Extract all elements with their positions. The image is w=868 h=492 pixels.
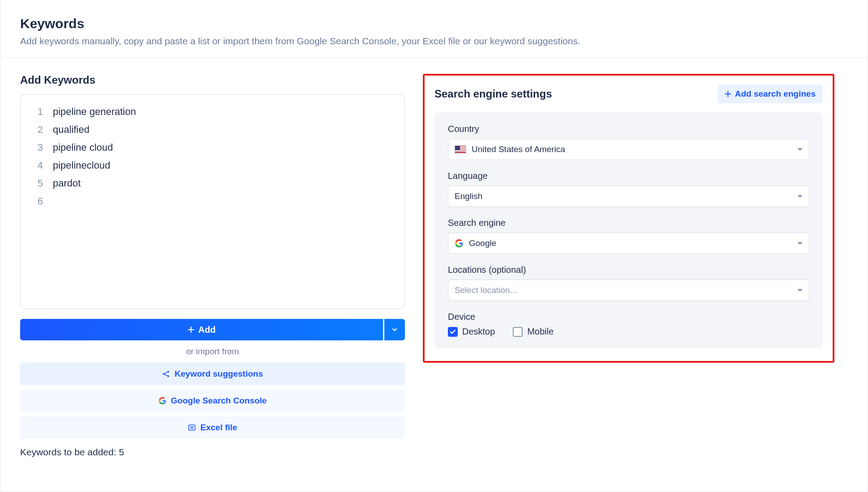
google-search-console-button[interactable]: Google Search Console — [20, 390, 405, 412]
chevron-down-icon — [797, 148, 803, 151]
keyword-text: pipeline cloud — [53, 139, 113, 157]
device-row: Desktop Mobile — [448, 327, 809, 337]
svg-point-1 — [167, 371, 169, 373]
add-keywords-section: Add Keywords 1 pipeline generation 2 qua… — [20, 74, 405, 458]
keyword-text: pipelinecloud — [53, 157, 110, 174]
share-icon — [162, 370, 170, 378]
locations-field: Locations (optional) Select location... — [448, 265, 809, 301]
language-field: Language English — [448, 171, 809, 207]
ses-title: Search engine settings — [434, 88, 552, 100]
keyword-text: pardot — [53, 174, 81, 192]
svg-point-2 — [167, 375, 169, 377]
search-engine-settings-section: Search engine settings Add search engine… — [423, 74, 834, 458]
add-search-engines-label: Add search engines — [735, 89, 816, 99]
search-engine-label: Search engine — [448, 218, 809, 228]
language-select[interactable]: English — [448, 186, 809, 207]
add-button[interactable]: Add — [20, 319, 383, 340]
line-number: 4 — [30, 157, 43, 174]
add-dropdown-toggle[interactable] — [384, 319, 405, 340]
checkbox-icon — [513, 327, 523, 337]
add-search-engines-button[interactable]: Add search engines — [718, 85, 823, 103]
import-label: or import from — [20, 347, 405, 356]
keyword-text: qualified — [53, 121, 89, 139]
chevron-down-icon — [797, 195, 803, 198]
line-number: 3 — [30, 139, 43, 157]
line-number: 5 — [30, 174, 43, 192]
list-item: 6 — [30, 192, 395, 210]
keywords-count: Keywords to be added: 5 — [20, 447, 405, 458]
line-number: 6 — [30, 192, 43, 210]
keyword-suggestions-label: Keyword suggestions — [174, 369, 263, 379]
list-item: 2 qualified — [30, 121, 395, 139]
mobile-checkbox[interactable]: Mobile — [513, 327, 553, 337]
language-label: Language — [448, 171, 809, 181]
search-engine-select[interactable]: Google — [448, 233, 809, 254]
list-item: 3 pipeline cloud — [30, 139, 395, 157]
line-number: 2 — [30, 121, 43, 139]
svg-point-0 — [163, 373, 165, 375]
search-engine-field: Search engine Google — [448, 218, 809, 254]
page-subtitle: Add keywords manually, copy and paste a … — [20, 36, 848, 47]
keyword-text: pipeline generation — [53, 103, 136, 121]
page: Keywords Add keywords manually, copy and… — [0, 0, 868, 492]
us-flag-icon — [455, 145, 466, 153]
add-button-row: Add — [20, 319, 405, 340]
google-icon — [158, 397, 166, 405]
plus-icon — [187, 326, 195, 333]
device-label: Device — [448, 312, 809, 322]
desktop-label: Desktop — [462, 327, 495, 337]
keyword-suggestions-button[interactable]: Keyword suggestions — [20, 363, 405, 385]
gsc-label: Google Search Console — [171, 396, 267, 406]
country-field: Country United States of America — [448, 124, 809, 160]
list-item: 5 pardot — [30, 174, 395, 192]
page-title: Keywords — [20, 16, 848, 31]
google-icon — [455, 239, 464, 248]
chevron-down-icon — [797, 289, 803, 292]
excel-file-button[interactable]: Excel file — [20, 416, 405, 439]
locations-select[interactable]: Select location... — [448, 280, 809, 301]
highlight-box: Search engine settings Add search engine… — [423, 74, 834, 363]
list-item: 4 pipelinecloud — [30, 157, 395, 174]
excel-icon — [188, 424, 196, 432]
page-header: Keywords Add keywords manually, copy and… — [0, 0, 868, 58]
country-label: Country — [448, 124, 809, 134]
device-field: Device Desktop — [448, 312, 809, 337]
ses-panel: Country United States of America Languag… — [434, 112, 823, 348]
country-select[interactable]: United States of America — [448, 139, 809, 160]
chevron-down-icon — [797, 242, 803, 245]
add-keywords-title: Add Keywords — [20, 74, 405, 86]
ses-header: Search engine settings Add search engine… — [434, 85, 823, 103]
desktop-checkbox[interactable]: Desktop — [448, 327, 495, 337]
plus-icon — [725, 91, 731, 97]
excel-label: Excel file — [200, 423, 237, 433]
language-value: English — [455, 191, 482, 201]
add-button-label: Add — [198, 325, 216, 335]
content: Add Keywords 1 pipeline generation 2 qua… — [0, 58, 868, 474]
list-item: 1 pipeline generation — [30, 103, 395, 121]
locations-label: Locations (optional) — [448, 265, 809, 275]
mobile-label: Mobile — [527, 327, 553, 337]
line-number: 1 — [30, 103, 43, 121]
country-value: United States of America — [472, 144, 565, 154]
checkbox-icon — [448, 327, 458, 337]
chevron-down-icon — [392, 327, 397, 332]
keywords-textarea[interactable]: 1 pipeline generation 2 qualified 3 pipe… — [20, 94, 405, 309]
search-engine-value: Google — [469, 238, 496, 248]
locations-placeholder: Select location... — [455, 285, 517, 295]
